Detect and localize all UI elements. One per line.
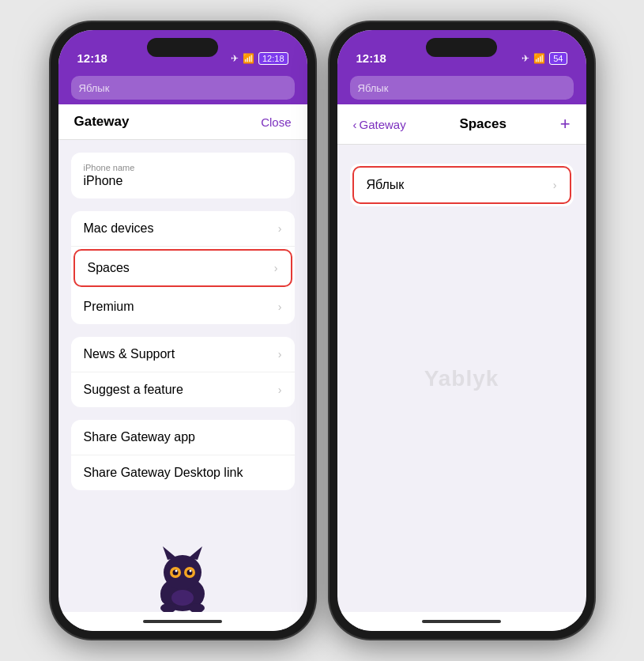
spaces-section: Яблык › [350,164,574,206]
svg-point-12 [171,590,194,606]
home-indicator-1 [58,612,307,631]
premium-chevron: › [278,300,282,313]
cat-area: made by the humans at Momentous [71,503,295,612]
spaces-chevron: › [274,262,278,274]
suggest-feature-item[interactable]: Suggest a feature › [71,372,295,407]
cat-illustration [139,519,226,612]
close-button-1[interactable]: Close [261,115,291,129]
suggest-chevron: › [278,383,282,396]
wifi-icon: 📶 [243,53,254,64]
status-icons-2: ✈ 📶 54 [522,52,567,65]
status-icons-1: ✈ 📶 12:18 [231,52,288,65]
share-section: Share Gateway app Share Gateway Desktop … [71,420,295,490]
main-settings-section: Mac devices › Spaces › Premium › [71,211,295,324]
news-support-chevron: › [278,348,282,361]
iphone-name-label: iPhone name [84,163,282,172]
search-bar-area-1: Яблык [58,71,307,104]
suggest-feature-label: Suggest a feature [84,383,272,397]
news-support-label: News & Support [84,347,272,361]
wifi-icon-2: 📶 [533,53,545,64]
yablyk-chevron: › [553,179,557,191]
mac-devices-chevron: › [278,222,282,235]
svg-marker-3 [188,546,202,560]
status-bar-1: 12:18 ✈ 📶 12:18 [58,30,307,71]
search-bar-1[interactable]: Яблык [71,76,295,100]
status-bar-2: 12:18 ✈ 📶 54 [337,30,586,71]
svg-marker-2 [163,546,177,560]
home-bar-2 [422,620,501,623]
premium-label: Premium [84,300,272,314]
watermark: Yablyk [424,366,499,391]
premium-item[interactable]: Premium › [71,289,295,324]
airplane-icon-2: ✈ [522,53,529,64]
battery-icon-2: 54 [549,52,567,65]
battery-icon: 12:18 [258,52,288,65]
search-bar-area-2: Яблык [337,71,586,104]
svg-point-9 [190,570,192,572]
yablyk-space-item[interactable]: Яблык › [352,166,571,204]
screen-content-2: Yablyk Яблык › [337,145,586,612]
spaces-label: Spaces [88,261,268,275]
share-app-label: Share Gateway app [84,430,282,444]
share-desktop-label: Share Gateway Desktop link [84,466,282,480]
search-bar-2[interactable]: Яблык [350,76,574,100]
home-indicator-2 [337,612,586,631]
mac-devices-label: Mac devices [84,221,272,236]
dynamic-island-2 [426,38,497,57]
nav-header-2: ‹ Gateway Spaces + [337,104,586,145]
phone-1-screen: 12:18 ✈ 📶 12:18 Яблык Gateway Close [58,30,307,631]
news-support-item[interactable]: News & Support › [71,337,295,372]
nav-title-1: Gateway [74,114,130,130]
iphone-name-item[interactable]: iPhone name iPhone [71,153,295,198]
phone-2: 12:18 ✈ 📶 54 Яблык ‹ Gateway Spaces + [330,22,594,639]
iphone-name-section: iPhone name iPhone [71,153,295,198]
share-app-item[interactable]: Share Gateway app [71,420,295,455]
svg-point-8 [175,570,178,572]
back-chevron-icon: ‹ [353,118,357,131]
dynamic-island-1 [147,38,218,57]
screen-content-1: iPhone name iPhone Mac devices › Spaces … [58,140,307,612]
phone-2-screen: 12:18 ✈ 📶 54 Яблык ‹ Gateway Spaces + [337,30,586,631]
support-section: News & Support › Suggest a feature › [71,337,295,407]
nav-header-1: Gateway Close [58,104,307,140]
yablyk-space-label: Яблык [367,178,547,192]
home-bar-1 [143,620,222,623]
airplane-icon: ✈ [231,53,239,64]
mac-devices-item[interactable]: Mac devices › [71,211,295,247]
add-space-button[interactable]: + [560,114,571,134]
spaces-item-highlighted[interactable]: Spaces › [73,249,292,287]
search-bar-text-1: Яблык [79,82,110,94]
share-desktop-item[interactable]: Share Gateway Desktop link [71,455,295,490]
phone-1: 12:18 ✈ 📶 12:18 Яблык Gateway Close [51,22,315,639]
search-bar-text-2: Яблык [358,82,389,94]
svg-point-1 [164,555,201,590]
nav-title-2: Spaces [459,116,507,132]
back-label-2: Gateway [360,118,406,131]
back-button-2[interactable]: ‹ Gateway [353,118,406,131]
iphone-name-value: iPhone [84,174,282,188]
